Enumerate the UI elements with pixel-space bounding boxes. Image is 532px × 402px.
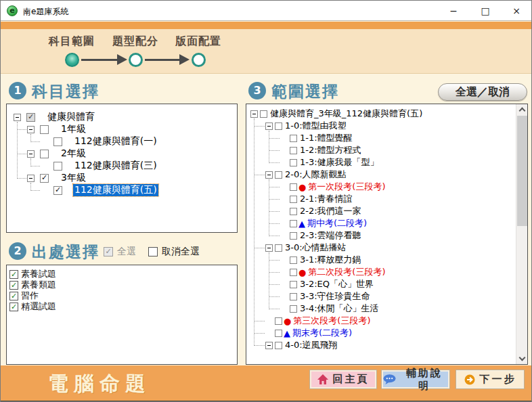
tree-item-label[interactable]: 2-0:人際新觀點	[284, 169, 348, 181]
minimize-button[interactable]: −	[445, 3, 462, 18]
tree-checkbox[interactable]	[290, 208, 297, 215]
tree-checkbox[interactable]	[290, 147, 297, 154]
tree-item-label[interactable]: 期中考(二段考)	[306, 217, 368, 229]
tree-checkbox[interactable]	[40, 150, 49, 158]
help-button[interactable]: 輔助說明	[382, 370, 449, 388]
tree-expander-icon[interactable]	[265, 342, 273, 349]
tree-item-label[interactable]: 1年級	[60, 123, 87, 135]
tree-row: 3-3:守住珍貴生命	[280, 290, 372, 303]
tree-expander-icon[interactable]	[14, 114, 21, 121]
tree-item-label[interactable]: 1-0:體型由我塑	[284, 120, 348, 132]
tree-item-label[interactable]: 期末考(二段考)	[291, 327, 353, 339]
source-list-item: ✓素養類題	[9, 280, 56, 290]
tree-item-label[interactable]: 4-0:逆風飛翔	[284, 339, 339, 351]
tree-expander-icon[interactable]	[27, 126, 35, 133]
tree-guide	[17, 178, 26, 179]
tree-checkbox[interactable]	[40, 125, 49, 134]
scroll-down-icon[interactable]	[519, 355, 526, 361]
tree-checkbox[interactable]	[275, 317, 282, 325]
tree-item-label[interactable]: 2-2:我們這一家	[298, 205, 363, 217]
tree-checkbox[interactable]	[290, 196, 297, 203]
tree-checkbox[interactable]	[290, 220, 297, 227]
tree-item-label[interactable]: 112健康與體育(三)	[73, 160, 158, 172]
tree-checkbox[interactable]	[275, 244, 282, 252]
tree-expander-icon[interactable]	[265, 244, 273, 252]
tree-item-label[interactable]: 第二次段考(三段考)	[307, 266, 386, 278]
tree-guide	[269, 272, 280, 273]
tree-expander-icon[interactable]	[265, 171, 273, 179]
home-button[interactable]: 回主頁	[310, 370, 376, 388]
source-item-checkbox[interactable]: ✓	[9, 292, 18, 300]
tree-guide	[254, 345, 265, 346]
tree-checkbox[interactable]	[290, 269, 297, 276]
tree-checkbox[interactable]	[260, 110, 267, 118]
tree-checkbox[interactable]	[53, 162, 62, 171]
tree-checkbox[interactable]	[290, 183, 297, 191]
tree-indent-spacer	[41, 138, 48, 146]
tree-checkbox[interactable]	[290, 281, 297, 288]
next-step-button[interactable]: 下一步	[456, 370, 524, 388]
tree-item-label[interactable]: 1-2:體型方程式	[298, 144, 363, 156]
maximize-button[interactable]: □	[476, 3, 494, 18]
tree-guide	[269, 179, 269, 236]
tree-item-label[interactable]: 1-1:體型覺醒	[298, 132, 354, 144]
tree-indent-spacer	[265, 330, 273, 337]
source-item-checkbox[interactable]: ✓	[9, 303, 18, 311]
tree-item-label[interactable]: 3年級	[60, 172, 87, 184]
tree-checkbox[interactable]	[275, 342, 282, 349]
tree-guide	[254, 248, 265, 248]
tree-item-label[interactable]: 健康與體育	[46, 111, 96, 123]
tree-item-label[interactable]: 3-2:EQ「心」世界	[298, 278, 375, 290]
tree-item-label[interactable]: 2年級	[60, 148, 87, 160]
tree-item-label[interactable]: 2-3:雲端停看聽	[298, 229, 363, 242]
tree-checkbox[interactable]	[290, 256, 297, 264]
tree-checkbox[interactable]	[290, 159, 297, 166]
tree-item-label[interactable]: 112健康與體育(一)	[73, 135, 158, 148]
scrollbar-thumb[interactable]	[517, 116, 527, 226]
tree-row: 3-4:休閒「心」生活	[280, 303, 380, 315]
tree-indent-spacer	[280, 293, 288, 300]
section-number-2: 2	[9, 242, 26, 260]
tree-expander-icon[interactable]	[250, 110, 258, 118]
tree-item-label[interactable]: 3-4:休閒「心」生活	[298, 303, 380, 315]
tree-guide	[30, 141, 40, 142]
tree-checkbox[interactable]: ✓	[40, 174, 49, 183]
tree-item-label[interactable]: 3-0:心情點播站	[284, 242, 348, 254]
tree-item-label[interactable]: 112健康與體育(五)	[73, 184, 158, 196]
tree-item-label[interactable]: 1-3:健康我最「型」	[298, 156, 380, 169]
tree-row: 2-3:雲端停看聽	[280, 229, 363, 242]
tree-checkbox[interactable]	[275, 171, 282, 179]
tree-expander-icon[interactable]	[27, 150, 35, 158]
select-all-toggle-button[interactable]: 全選／取消	[438, 83, 527, 101]
tree-checkbox[interactable]	[290, 135, 297, 142]
tree-item-label[interactable]: 第一次段考(三段考)	[307, 181, 386, 193]
scrollbar[interactable]	[516, 104, 527, 364]
source-item-label: 精選試題	[21, 300, 56, 313]
titlebar: e 南e題庫系統 − □ ×	[1, 1, 531, 21]
tree-expander-icon[interactable]	[27, 175, 35, 182]
tree-item-label[interactable]: 健康與體育_3年級_112健康與體育(五)	[269, 108, 424, 120]
select-all-checkbox[interactable]: ✓	[104, 247, 113, 256]
tree-row: ▲期中考(二段考)	[280, 217, 368, 229]
close-button[interactable]: ×	[508, 3, 525, 18]
red-dot-icon: ●	[298, 183, 306, 192]
tree-checkbox[interactable]	[275, 122, 282, 130]
scroll-up-icon[interactable]	[519, 108, 526, 114]
tree-checkbox[interactable]	[53, 137, 62, 146]
tree-item-label[interactable]: 第三次段考(三段考)	[292, 315, 372, 327]
tree-checkbox[interactable]	[290, 293, 297, 300]
tree-checkbox[interactable]	[290, 232, 297, 240]
tree-checkbox[interactable]: ✓	[26, 113, 35, 122]
tree-row: 1-3:健康我最「型」	[280, 156, 380, 169]
source-item-checkbox[interactable]: ✓	[9, 270, 18, 279]
source-item-checkbox[interactable]: ✓	[9, 281, 18, 290]
tree-expander-icon[interactable]	[265, 122, 273, 130]
tree-item-label[interactable]: 3-3:守住珍貴生命	[298, 290, 372, 303]
home-icon	[317, 374, 328, 384]
tree-checkbox[interactable]	[290, 305, 297, 313]
tree-checkbox[interactable]: ✓	[53, 186, 62, 195]
deselect-all-checkbox[interactable]	[148, 247, 158, 256]
tree-item-label[interactable]: 2-1:青春情誼	[298, 193, 354, 205]
tree-item-label[interactable]: 3-1:釋放壓力鍋	[298, 254, 363, 266]
tree-checkbox[interactable]	[275, 330, 282, 337]
